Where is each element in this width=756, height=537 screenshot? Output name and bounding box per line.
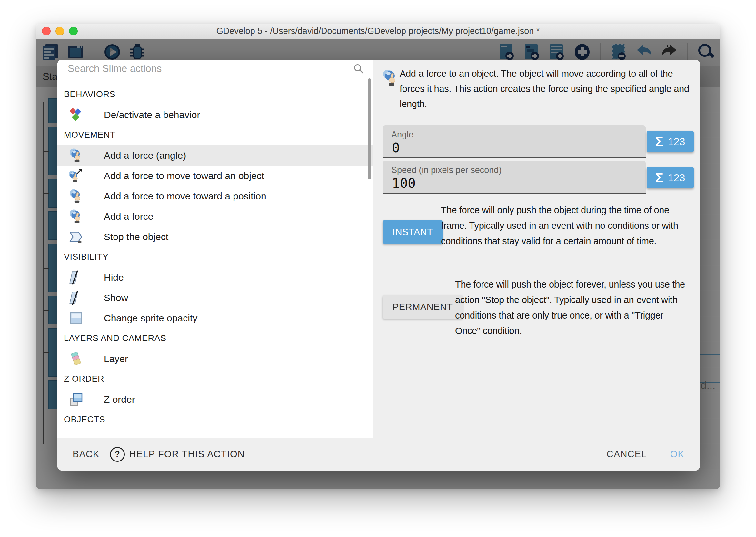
minimize-button[interactable]: [56, 27, 64, 35]
show-icon: [68, 290, 84, 306]
list-scrollbar-thumb[interactable]: [368, 78, 371, 179]
close-button[interactable]: [42, 27, 51, 35]
speed-input[interactable]: [391, 175, 638, 192]
angle-expression-button[interactable]: Σ 123: [647, 131, 694, 152]
instant-description: The force will only push the object duri…: [441, 202, 686, 249]
cancel-button[interactable]: CANCEL: [607, 449, 647, 460]
action-item-label: De/activate a behavior: [104, 109, 200, 120]
help-icon: ?: [110, 447, 125, 462]
search-icon: [353, 62, 365, 75]
ok-button[interactable]: OK: [670, 449, 684, 460]
speed-field: Speed (in pixels per second): [383, 161, 646, 194]
action-item-label: Add a force (angle): [104, 150, 186, 161]
zoom-button[interactable]: [69, 27, 78, 35]
action-item-add-a-force-to-move-toward-an-object[interactable]: Add a force to move toward an object: [57, 166, 373, 186]
action-item-stop-the-object[interactable]: Stop the object: [57, 227, 373, 247]
numbers-label: 123: [668, 137, 685, 147]
help-button[interactable]: ? HELP FOR THIS ACTION: [108, 447, 247, 462]
objects-partial-icon: [68, 433, 84, 438]
section-header-layers-and-cameras: LAYERS AND CAMERAS: [57, 328, 373, 349]
speed-expression-button[interactable]: Σ 123: [647, 167, 694, 188]
action-item-label: Add a force to move toward a position: [104, 191, 266, 202]
traffic-lights: [42, 23, 78, 39]
action-item-add-a-force-to-move-toward-a-position[interactable]: Add a force to move toward a position: [57, 186, 373, 206]
action-item-layer[interactable]: Layer: [57, 349, 373, 369]
add-force-icon: [68, 148, 84, 163]
angle-input[interactable]: [391, 140, 638, 156]
sigma-icon: Σ: [655, 135, 663, 148]
section-header-visibility: VISIBILITY: [57, 247, 373, 267]
search-row: [57, 60, 373, 78]
section-header-behaviors: BEHAVIORS: [57, 84, 373, 104]
back-button[interactable]: BACK: [73, 449, 100, 460]
sigma-icon: Σ: [655, 171, 663, 185]
instant-button[interactable]: INSTANT: [383, 221, 442, 244]
angle-field-label: Angle: [391, 130, 413, 140]
action-item-z-order[interactable]: Z order: [57, 389, 373, 409]
behavior-icon: [68, 107, 84, 123]
add-force-icon: [68, 188, 84, 204]
section-header-objects: OBJECTS: [57, 409, 373, 430]
add-force-icon: [68, 209, 84, 224]
add-force-icon: [382, 69, 399, 87]
action-item-label: Hide: [104, 272, 124, 283]
speed-field-label: Speed (in pixels per second): [391, 165, 502, 175]
section-header-movement: MOVEMENT: [57, 125, 373, 145]
hide-icon: [68, 270, 84, 285]
app-window: GDevelop 5 - /Users/david/Documents/GDev…: [36, 23, 720, 489]
window-title: GDevelop 5 - /Users/david/Documents/GDev…: [216, 26, 540, 36]
search-input[interactable]: [67, 60, 349, 78]
action-description: Add a force to an object. The object wil…: [399, 66, 693, 112]
help-button-label: HELP FOR THIS ACTION: [129, 449, 245, 460]
action-item-label: Layer: [104, 353, 128, 364]
permanent-description: The force will push the object forever, …: [455, 276, 689, 339]
action-item-label: Show: [104, 292, 128, 303]
window-content: Sta dd... B: [36, 39, 720, 489]
action-detail-panel: Add a force to an object. The object wil…: [373, 60, 700, 438]
action-item-add-a-force-angle[interactable]: Add a force (angle): [57, 145, 373, 166]
action-item-partial[interactable]: [57, 430, 373, 438]
numbers-label: 123: [668, 173, 685, 183]
layer-icon: [68, 351, 84, 367]
action-item-label: Z order: [104, 394, 135, 405]
action-item-change-sprite-opacity[interactable]: Change sprite opacity: [57, 308, 373, 328]
action-item-label: Change sprite opacity: [104, 313, 197, 324]
footer-actions: CANCEL OK: [607, 449, 684, 460]
instruction-editor-dialog: BEHAVIORSDe/activate a behaviorMOVEMENTA…: [57, 60, 700, 471]
stop-object-icon: [68, 229, 84, 245]
titlebar: GDevelop 5 - /Users/david/Documents/GDev…: [36, 23, 720, 39]
action-list-panel: BEHAVIORSDe/activate a behaviorMOVEMENTA…: [57, 60, 373, 438]
action-item-show[interactable]: Show: [57, 288, 373, 308]
action-item-add-a-force[interactable]: Add a force: [57, 206, 373, 227]
force-toward-object-icon: [68, 168, 84, 184]
section-header-z-order: Z ORDER: [57, 369, 373, 389]
angle-field: Angle: [383, 125, 646, 158]
action-item-label: Add a force: [104, 211, 153, 222]
action-item-label: Stop the object: [104, 231, 169, 242]
opacity-icon: [68, 310, 84, 326]
permanent-button[interactable]: PERMANENT: [383, 295, 463, 318]
action-item-label: Add a force to move toward an object: [104, 170, 264, 181]
dialog-footer: BACK ? HELP FOR THIS ACTION CANCEL OK: [57, 438, 700, 471]
action-item-hide[interactable]: Hide: [57, 267, 373, 288]
z-order-icon: [68, 392, 84, 407]
action-list: BEHAVIORSDe/activate a behaviorMOVEMENTA…: [57, 78, 373, 438]
action-item-de-activate-a-behavior[interactable]: De/activate a behavior: [57, 104, 373, 125]
